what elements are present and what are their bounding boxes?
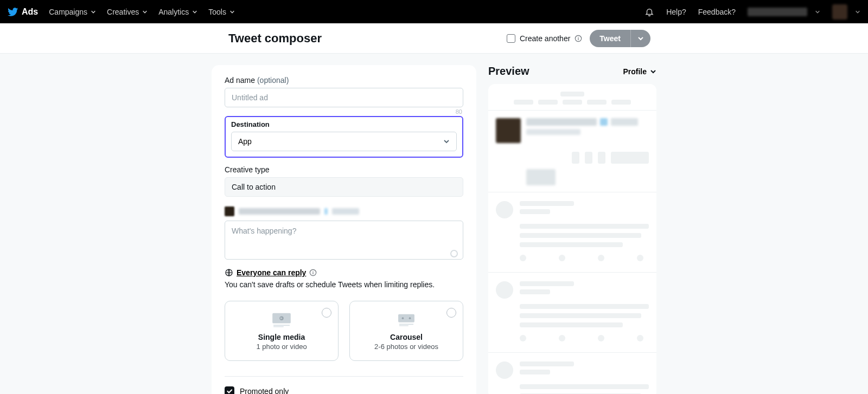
page-title: Tweet composer [228,31,322,46]
creative-type-value: Call to action [225,177,463,197]
info-icon [309,269,317,276]
creative-type-label: Creative type [225,165,463,174]
brand[interactable]: Ads [8,7,38,17]
reply-setting-row[interactable]: Everyone can reply [225,268,463,277]
creative-type-group: Creative type Call to action [225,165,463,197]
tweet-button[interactable]: Tweet [590,30,630,47]
destination-select[interactable]: App [231,132,457,151]
notifications-icon[interactable] [644,7,654,17]
composer-card: Ad name (optional) 80 Destination App Cr… [212,65,476,394]
divider [225,376,463,377]
brand-label: Ads [22,7,38,17]
chevron-down-icon [443,138,450,145]
reply-setting-link[interactable]: Everyone can reply [237,268,306,277]
chevron-down-icon[interactable] [815,9,820,15]
chevron-down-icon [229,9,235,15]
help-link[interactable]: Help? [666,8,686,16]
account-avatar-redacted [225,206,234,216]
chevron-down-icon [142,9,148,15]
top-nav: Ads Campaigns Creatives Analytics Tools … [0,0,868,23]
ad-name-input[interactable] [225,88,463,107]
svg-rect-5 [273,325,290,326]
tweet-skeleton [488,353,656,394]
chevron-down-icon [637,35,644,42]
info-icon [575,35,582,42]
media-sub: 1 photo or video [232,343,331,351]
destination-label: Destination [231,120,457,128]
verified-badge-redacted [324,208,328,215]
account-avatar-redacted[interactable] [832,4,847,20]
main-content: Ad name (optional) 80 Destination App Cr… [0,54,868,394]
tweet-skeleton [488,192,656,273]
create-another-toggle[interactable]: Create another [507,34,582,43]
carousel-icon [395,312,417,327]
nav-campaigns[interactable]: Campaigns [49,8,96,16]
nav-tools[interactable]: Tools [208,8,235,16]
twitter-bird-icon [8,7,18,17]
nav-analytics[interactable]: Analytics [158,8,197,16]
compose-wrap [225,221,463,262]
chevron-down-icon [91,9,96,15]
media-sub: 2-6 photos or videos [356,343,456,351]
compose-textarea[interactable] [225,221,463,260]
promoted-only-toggle[interactable]: Promoted only [225,386,463,394]
checkbox-unchecked[interactable] [507,34,515,43]
account-name-redacted [239,208,320,215]
preview-frame [488,84,656,394]
ad-name-counter: 80 [225,108,463,115]
header-bar: Tweet composer Create another Tweet [0,23,868,54]
media-options: Single media 1 photo or video Carousel 2… [225,301,463,361]
svg-rect-6 [273,326,284,327]
feedback-link[interactable]: Feedback? [698,8,736,16]
svg-point-8 [402,317,404,319]
svg-rect-11 [399,325,409,326]
preview-column: Preview Profile [488,65,656,394]
svg-rect-10 [399,324,413,325]
chevron-down-icon[interactable] [855,9,860,15]
char-count-indicator [450,250,458,257]
account-handle-redacted [332,208,359,215]
preview-hero [488,111,656,192]
preview-title: Preview [488,65,529,77]
check-icon [226,388,233,394]
tweet-button-group: Tweet [590,30,650,47]
account-name-redacted [748,8,807,16]
radio-unchecked[interactable] [446,308,456,318]
chevron-down-icon [192,9,197,15]
single-media-icon [271,312,292,327]
media-title: Carousel [356,333,456,341]
nav-creatives[interactable]: Creatives [107,8,148,16]
radio-unchecked[interactable] [322,308,331,318]
chevron-down-icon [650,68,656,75]
ad-name-label: Ad name (optional) [225,76,463,85]
svg-point-9 [409,317,411,319]
media-option-carousel[interactable]: Carousel 2-6 photos or videos [349,301,463,361]
media-title: Single media [232,333,331,341]
media-option-single[interactable]: Single media 1 photo or video [225,301,339,361]
preview-mode-dropdown[interactable]: Profile [623,67,656,76]
tweet-skeleton [488,273,656,353]
destination-group: Destination App [225,116,463,158]
globe-icon [225,268,233,277]
checkbox-checked[interactable] [225,386,234,394]
svg-rect-7 [398,314,414,322]
tweet-dropdown[interactable] [630,30,650,47]
account-row [225,206,463,216]
reply-note: You can't save drafts or schedule Tweets… [225,280,463,289]
